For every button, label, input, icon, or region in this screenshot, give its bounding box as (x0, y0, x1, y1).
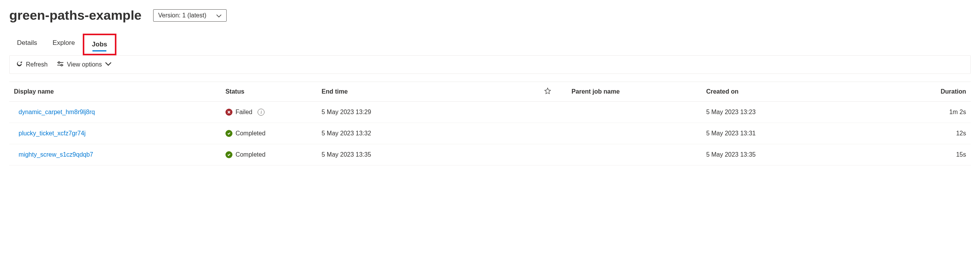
view-options-button[interactable]: View options (57, 60, 112, 69)
toolbar: Refresh View options (9, 55, 971, 74)
table-header-row: Display name Status End time Parent job … (9, 82, 971, 102)
header-end-time[interactable]: End time (317, 82, 529, 102)
info-icon[interactable]: i (258, 109, 265, 116)
sliders-icon (57, 60, 64, 69)
cell-duration: 15s (913, 144, 971, 166)
header-favorite[interactable] (528, 82, 567, 102)
page-title: green-paths-example (9, 8, 142, 23)
chevron-down-icon (105, 60, 112, 69)
status-text: Completed (236, 151, 265, 158)
job-link[interactable]: mighty_screw_s1cz9qdqb7 (14, 151, 93, 158)
tab-label: Jobs (92, 41, 108, 48)
header-status[interactable]: Status (221, 82, 317, 102)
table-row: mighty_screw_s1cz9qdqb7Completed5 May 20… (9, 144, 971, 166)
svg-point-3 (61, 64, 62, 66)
tab-details[interactable]: Details (9, 34, 45, 55)
cell-favorite[interactable] (528, 144, 567, 166)
header-parent-job-name[interactable]: Parent job name (567, 82, 702, 102)
chevron-down-icon (216, 12, 222, 19)
job-link[interactable]: plucky_ticket_xcfz7gr74j (14, 130, 85, 137)
cell-display-name: mighty_screw_s1cz9qdqb7 (9, 144, 221, 166)
status-text: Failed (236, 109, 253, 116)
cell-end-time: 5 May 2023 13:29 (317, 102, 529, 123)
refresh-button[interactable]: Refresh (16, 60, 48, 69)
version-dropdown[interactable]: Version: 1 (latest) (153, 9, 227, 22)
table-row: plucky_ticket_xcfz7gr74jCompleted5 May 2… (9, 123, 971, 144)
cell-status: Completed (221, 144, 317, 166)
cell-duration: 12s (913, 123, 971, 144)
table-row: dynamic_carpet_hm8r9lj8rqFailedi5 May 20… (9, 102, 971, 123)
status-text: Completed (236, 130, 265, 137)
refresh-label: Refresh (26, 61, 48, 68)
refresh-icon (16, 60, 23, 69)
version-label: Version: 1 (latest) (158, 12, 207, 19)
svg-point-1 (58, 62, 60, 63)
cell-favorite[interactable] (528, 123, 567, 144)
header-duration[interactable]: Duration (913, 82, 971, 102)
cell-end-time: 5 May 2023 13:32 (317, 123, 529, 144)
header-display-name[interactable]: Display name (9, 82, 221, 102)
cell-status: Completed (221, 123, 317, 144)
jobs-table: Display name Status End time Parent job … (9, 82, 971, 166)
cell-duration: 1m 2s (913, 102, 971, 123)
error-icon (225, 109, 232, 116)
cell-created-on: 5 May 2023 13:31 (702, 123, 913, 144)
cell-display-name: dynamic_carpet_hm8r9lj8rq (9, 102, 221, 123)
cell-display-name: plucky_ticket_xcfz7gr74j (9, 123, 221, 144)
tab-label: Explore (53, 39, 75, 46)
tab-jobs[interactable]: Jobs (83, 34, 117, 55)
view-options-label: View options (67, 61, 102, 68)
tabs: DetailsExploreJobs (9, 34, 971, 55)
cell-status: Failedi (221, 102, 317, 123)
success-icon (225, 130, 232, 137)
cell-created-on: 5 May 2023 13:35 (702, 144, 913, 166)
cell-created-on: 5 May 2023 13:23 (702, 102, 913, 123)
tab-explore[interactable]: Explore (45, 34, 83, 55)
page-header: green-paths-example Version: 1 (latest) (9, 8, 971, 23)
cell-end-time: 5 May 2023 13:35 (317, 144, 529, 166)
cell-parent-job-name (567, 123, 702, 144)
header-created-on[interactable]: Created on (702, 82, 913, 102)
cell-parent-job-name (567, 144, 702, 166)
job-link[interactable]: dynamic_carpet_hm8r9lj8rq (14, 109, 95, 115)
tab-label: Details (17, 39, 37, 46)
cell-favorite[interactable] (528, 102, 567, 123)
cell-parent-job-name (567, 102, 702, 123)
star-icon (544, 87, 551, 94)
success-icon (225, 151, 232, 158)
jobs-table-container: Display name Status End time Parent job … (9, 82, 971, 166)
